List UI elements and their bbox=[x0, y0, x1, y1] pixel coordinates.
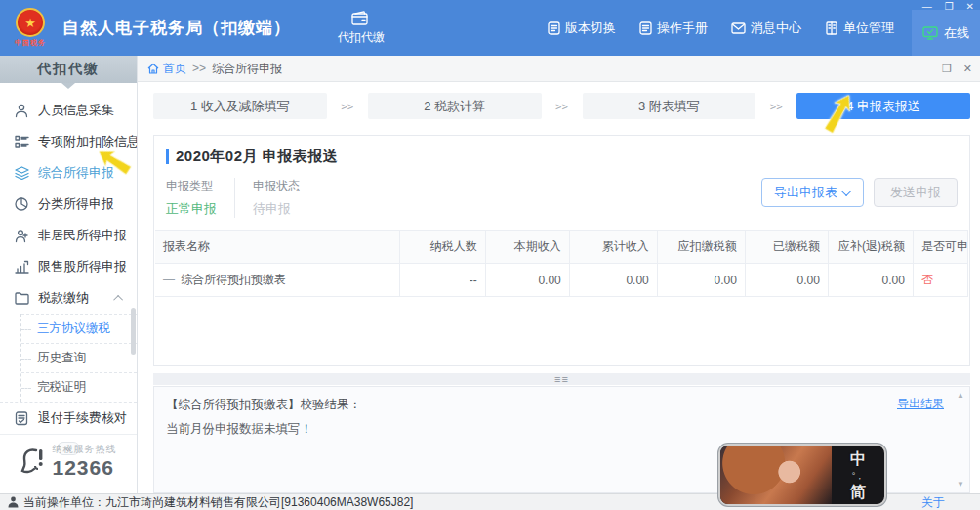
declare-status-label: 申报状态 bbox=[253, 178, 300, 194]
step-income-fill[interactable]: 1 收入及减除填写 bbox=[153, 93, 327, 119]
person-icon bbox=[15, 104, 28, 118]
sidebar-item-label: 专项附加扣除信息采集 bbox=[38, 133, 137, 150]
home-icon bbox=[147, 63, 159, 74]
menu-unit-management[interactable]: 单位管理 bbox=[825, 20, 894, 37]
minimize-icon[interactable]: — bbox=[922, 1, 932, 13]
sidebar-item-comprehensive-income[interactable]: 综合所得申报 bbox=[0, 157, 137, 189]
declare-type-value[interactable]: 正常申报 bbox=[166, 200, 217, 218]
col-paid-tax: 已缴税额 bbox=[745, 231, 828, 264]
restore-icon[interactable]: ❐ bbox=[942, 63, 952, 75]
menu-message-center[interactable]: 消息中心 bbox=[731, 20, 801, 37]
col-report-name: 报表名称 bbox=[155, 231, 399, 264]
hotline-block: 纳税服务热线 12366 bbox=[0, 443, 137, 480]
sidebar-item-personnel-info[interactable]: 人员信息采集 bbox=[0, 95, 137, 126]
sidebar-item-special-deduction[interactable]: 专项附加扣除信息采集 bbox=[0, 126, 137, 157]
export-result-link[interactable]: 导出结果 bbox=[897, 396, 944, 412]
person-outline-icon bbox=[15, 229, 28, 243]
step-attached-forms[interactable]: 3 附表填写 bbox=[583, 93, 756, 119]
app-header: ★ 中国税务 自然人电子税务局（扣缴端） 代扣代缴 版本切换 操作手册 bbox=[0, 0, 980, 56]
sidebar-title: 代扣代缴 bbox=[0, 56, 137, 83]
menu-message-center-label: 消息中心 bbox=[751, 20, 801, 37]
step-submit-return[interactable]: 4 申报表报送 bbox=[796, 93, 970, 119]
sidebar-item-refund-fee-check[interactable]: 退付手续费核对 bbox=[0, 402, 137, 434]
chevron-down-icon bbox=[841, 187, 851, 196]
col-taxpayer-count: 纳税人数 bbox=[399, 231, 485, 264]
col-cumulative-income: 累计收入 bbox=[569, 231, 657, 264]
scroll-down-icon[interactable]: ▼ bbox=[957, 480, 964, 489]
wizard-steps: 1 收入及减除填写 >> 2 税款计算 >> 3 附表填写 >> 4 申报表报送 bbox=[138, 82, 980, 131]
submenu-item-history-query[interactable]: 历史查询 bbox=[21, 343, 137, 372]
action-buttons: 导出申报表 发送申报 bbox=[761, 178, 958, 207]
declare-type-label: 申报类型 bbox=[166, 178, 217, 194]
ime-charset-indicator[interactable]: 简 bbox=[850, 483, 866, 503]
sidebar-item-restricted-shares[interactable]: 限售股所得申报 bbox=[0, 251, 137, 282]
declare-status-group: 申报状态 待申报 bbox=[234, 178, 317, 218]
close-tab-icon[interactable]: ✕ bbox=[963, 63, 972, 75]
list-icon bbox=[15, 135, 29, 149]
sidebar-item-nonresident-income[interactable]: 非居民所得申报 bbox=[0, 220, 137, 251]
collapse-row-icon[interactable]: — bbox=[163, 273, 175, 286]
hotline-label: 纳税服务热线 bbox=[53, 443, 117, 456]
menu-version-switch[interactable]: 版本切换 bbox=[548, 20, 616, 37]
panel-title-row: 2020年02月 申报表报送 bbox=[166, 148, 969, 166]
sidebar: 代扣代缴 人员信息采集 专项附加扣除信息采集 综合所得申报 分类所得申报 bbox=[0, 56, 138, 493]
hotline-icon bbox=[20, 446, 46, 476]
declare-status-value: 待申报 bbox=[253, 200, 300, 218]
tab-withholding-label: 代扣代缴 bbox=[338, 29, 385, 46]
period-title: 2020年02月 申报表报送 bbox=[176, 148, 338, 166]
sidebar-item-label: 退付手续费核对 bbox=[38, 409, 127, 427]
close-icon[interactable]: ✕ bbox=[966, 1, 974, 13]
cell-cumulative-income: 0.00 bbox=[569, 264, 657, 297]
cell-paid-tax: 0.00 bbox=[745, 264, 828, 297]
validation-message: 当前月份申报数据未填写！ bbox=[166, 421, 944, 438]
step-tax-calc[interactable]: 2 税款计算 bbox=[368, 93, 542, 119]
cell-current-income: 0.00 bbox=[485, 264, 569, 297]
app-window: ★ 中国税务 自然人电子税务局（扣缴端） 代扣代缴 版本切换 操作手册 bbox=[0, 0, 980, 510]
inner-window-controls: ❐ ✕ bbox=[942, 56, 972, 82]
validation-title: 【综合所得预扣预缴表】校验结果： bbox=[166, 397, 944, 413]
online-status-button[interactable]: 在线 bbox=[912, 10, 980, 56]
table-row[interactable]: —综合所得预扣预缴表 -- 0.00 0.00 0.00 0.00 0.00 否 bbox=[155, 264, 968, 297]
document-icon bbox=[639, 21, 652, 35]
step-separator: >> bbox=[327, 101, 368, 112]
online-status-label: 在线 bbox=[944, 24, 969, 42]
ime-punct-indicator[interactable]: °， bbox=[852, 470, 865, 483]
breadcrumb-home[interactable]: 首页 bbox=[147, 61, 186, 77]
sidebar-item-label: 综合所得申报 bbox=[38, 164, 114, 182]
col-refund-tax: 应补(退)税额 bbox=[828, 231, 913, 264]
about-link[interactable]: 关于 bbox=[921, 494, 945, 510]
ime-skin-photo bbox=[720, 446, 832, 504]
menu-manual-label: 操作手册 bbox=[657, 20, 708, 37]
sidebar-item-tax-payment[interactable]: 税款缴纳 bbox=[0, 282, 137, 314]
send-declaration-button[interactable]: 发送申报 bbox=[874, 178, 958, 207]
drag-handle-icon: ≡≡ bbox=[554, 374, 569, 384]
ime-toolbar[interactable]: 中 °， 简 bbox=[718, 444, 886, 506]
submenu-item-tax-certificate[interactable]: 完税证明 bbox=[21, 372, 137, 402]
ime-lang-indicator[interactable]: 中 bbox=[850, 449, 866, 470]
sidebar-item-label: 分类所得申报 bbox=[38, 195, 114, 213]
breadcrumb: 首页 >> 综合所得申报 ❐ ✕ bbox=[138, 56, 980, 82]
menu-manual[interactable]: 操作手册 bbox=[639, 20, 708, 37]
sidebar-scrollbar[interactable] bbox=[131, 308, 136, 355]
step-separator: >> bbox=[755, 101, 796, 112]
export-return-button[interactable]: 导出申报表 bbox=[761, 178, 864, 207]
col-declarable: 是否可申... bbox=[913, 231, 967, 264]
maximize-icon[interactable]: ❐ bbox=[945, 1, 954, 13]
tax-bureau-logo: ★ 中国税务 bbox=[8, 6, 53, 51]
col-current-income: 本期收入 bbox=[485, 231, 569, 264]
menu-version-switch-label: 版本切换 bbox=[565, 20, 616, 37]
panel-splitter[interactable]: ≡≡ bbox=[153, 373, 970, 385]
pie-icon bbox=[15, 197, 28, 211]
submenu-item-tripartite-agreement[interactable]: 三方协议缴税 bbox=[21, 314, 137, 343]
sidebar-item-classified-income[interactable]: 分类所得申报 bbox=[0, 189, 137, 220]
document-check-icon bbox=[15, 411, 28, 426]
menu-unit-management-label: 单位管理 bbox=[843, 20, 894, 37]
organization-icon bbox=[825, 21, 838, 35]
table-header-row: 报表名称 纳税人数 本期收入 累计收入 应扣缴税额 已缴税额 应补(退)税额 是… bbox=[155, 231, 968, 264]
scroll-up-icon[interactable]: ▲ bbox=[957, 391, 964, 400]
breadcrumb-current: 综合所得申报 bbox=[212, 61, 282, 77]
cell-declarable-flag: 否 bbox=[913, 264, 967, 297]
folder-icon bbox=[15, 292, 29, 305]
tab-withholding[interactable]: 代扣代缴 bbox=[338, 11, 385, 46]
monitor-check-icon bbox=[922, 26, 938, 40]
